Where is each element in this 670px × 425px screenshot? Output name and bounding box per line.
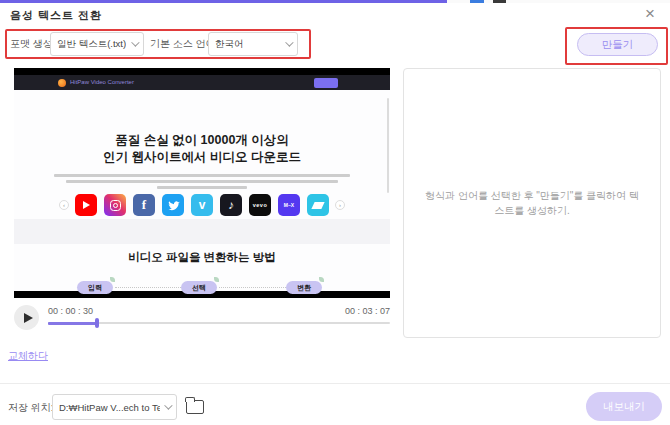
step-pill-convert: 변환 (286, 281, 322, 294)
redacted-text-line (66, 180, 338, 183)
current-time: 00 : 00 : 30 (48, 306, 93, 316)
redacted-text-line (157, 186, 247, 189)
replace-link[interactable]: 교체하다 (8, 349, 48, 363)
webpage-section-band (14, 219, 390, 244)
instagram-icon (104, 194, 126, 216)
twitter-icon (162, 194, 184, 216)
folder-browse-icon[interactable] (186, 400, 204, 414)
export-button[interactable]: 내보내기 (586, 392, 662, 421)
total-time: 00 : 03 : 07 (300, 306, 390, 316)
save-path-select[interactable]: D:₩HitPaw V...ech to Text (52, 394, 177, 420)
webpage-scrollbar (387, 98, 389, 193)
webpage-hero-title-line1: 품질 손실 없이 10000개 이상의 (14, 132, 390, 149)
step-pill-select: 선택 (181, 281, 217, 294)
youtube-icon (75, 194, 97, 216)
webpage-howto-title: 비디오 파일을 변환하는 방법 (14, 250, 390, 265)
step-connector (219, 287, 286, 288)
close-icon[interactable]: × (640, 4, 660, 24)
chevron-down-icon (285, 38, 293, 46)
carousel-left-icon: ‹ (59, 200, 69, 210)
save-location-label: 저장 위치: (8, 401, 54, 415)
hitpaw-logo-icon (58, 79, 66, 87)
create-button[interactable]: 만들기 (577, 33, 658, 56)
footer-divider (0, 383, 670, 384)
vimeo-icon: v (191, 194, 213, 216)
format-select-value: 일반 텍스트(.txt) (57, 38, 126, 51)
step-pill-input: 입력 (77, 281, 113, 294)
webpage-navbar: HitPaw Video Converter (14, 75, 390, 90)
format-label: 포맷 생성: (10, 37, 56, 51)
video-preview[interactable]: HitPaw Video Converter 품질 손실 없이 10000개 이… (14, 68, 390, 298)
mixcloud-icon: M~X (278, 194, 300, 216)
seek-bar-track[interactable] (48, 322, 390, 324)
bandcamp-icon (307, 194, 329, 216)
language-select[interactable]: 한국어 (208, 32, 298, 56)
background-window-strip (0, 0, 670, 3)
facebook-icon: f (133, 194, 155, 216)
seek-bar-fill (48, 322, 97, 325)
format-select[interactable]: 일반 텍스트(.txt) (50, 32, 144, 56)
webpage-body: 품질 손실 없이 10000개 이상의 인기 웹사이트에서 비디오 다운로드 ‹… (14, 90, 390, 291)
chevron-down-icon (131, 38, 139, 46)
play-icon (24, 313, 33, 323)
result-hint-text: 형식과 언어를 선택한 후 "만들기"를 클릭하여 텍스트를 생성하기. (404, 188, 660, 219)
webpage-hero-title-line2: 인기 웹사이트에서 비디오 다운로드 (14, 149, 390, 166)
save-path-value: D:₩HitPaw V...ech to Text (59, 402, 160, 413)
seek-bar-handle[interactable] (95, 318, 99, 328)
language-select-value: 한국어 (215, 38, 244, 51)
chevron-down-icon (164, 401, 172, 409)
redacted-text-line (54, 174, 350, 177)
webpage-nav-button (314, 78, 338, 88)
step-connector (115, 287, 181, 288)
vevo-icon: vevo (249, 194, 271, 216)
dialog-title: 음성 텍스트 전환 (10, 8, 102, 23)
background-blue-chip (470, 0, 484, 3)
supported-sites-icon-row: ‹ f v ♪ vevo M~X › (14, 194, 390, 216)
background-dark-chip (493, 0, 506, 3)
background-accent-bar (0, 0, 447, 3)
webpage-brand: HitPaw Video Converter (70, 79, 134, 85)
play-button[interactable] (14, 305, 39, 330)
tiktok-icon: ♪ (220, 194, 242, 216)
result-panel: 형식과 언어를 선택한 후 "만들기"를 클릭하여 텍스트를 생성하기. (403, 68, 661, 338)
carousel-right-icon: › (335, 200, 345, 210)
